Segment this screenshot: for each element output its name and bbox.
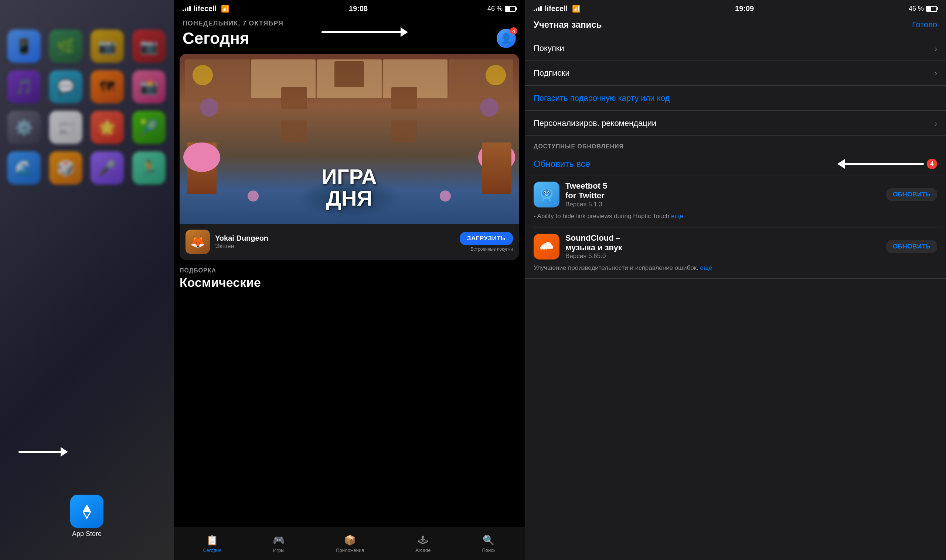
tweetbot-notes: - Ability to hide link previews during H… xyxy=(534,212,937,221)
svg-rect-7 xyxy=(542,246,543,249)
game-card-bottom: 🦊 Yokai Dungeon Экшен ЗАГРУЗИТЬ Встроенн… xyxy=(180,224,519,260)
home-icon: 💬 xyxy=(49,70,82,103)
game-genre: Экшен xyxy=(215,243,455,250)
nav-search[interactable]: 🔍 Поиск xyxy=(476,532,501,556)
update-all-row: Обновить все 4 xyxy=(525,153,946,175)
home-icon: 📰 xyxy=(49,111,82,144)
account-wifi-icon: 📶 xyxy=(572,5,580,13)
subscriptions-label: Подписки xyxy=(534,68,570,78)
tweetbot-name: Tweetbot 5for Twitter xyxy=(565,181,880,201)
game-thumbnail: 🦊 xyxy=(185,229,210,254)
nav-apps[interactable]: 📦 Приложения xyxy=(330,532,370,556)
nav-today-icon: 📋 xyxy=(206,535,218,546)
nav-today-label: Сегодня xyxy=(203,548,221,553)
tweetbot-update-button[interactable]: ОБНОВИТЬ xyxy=(886,188,937,201)
updates-section-header: ДОСТУПНЫЕ ОБНОВЛЕНИЯ xyxy=(525,136,946,153)
tweetbot-more-link[interactable]: еще xyxy=(671,212,683,220)
soundcloud-update-button[interactable]: ОБНОВИТЬ xyxy=(886,240,937,253)
nav-arcade-icon: 🕹 xyxy=(418,535,428,546)
nav-games-label: Игры xyxy=(273,548,284,553)
chevron-right-icon: › xyxy=(935,44,937,53)
signal-bars xyxy=(182,6,191,11)
nav-games[interactable]: 🎮 Игры xyxy=(267,532,290,556)
download-button[interactable]: ЗАГРУЗИТЬ xyxy=(460,232,513,245)
home-icon: 🏃 xyxy=(132,151,165,185)
battery-fill xyxy=(506,7,510,11)
soundcloud-update-item: SoundCloud –музыка и звук Версия 5.65.0 … xyxy=(525,228,946,279)
home-icon: ⚙️ xyxy=(8,111,41,144)
signal-bar-3 xyxy=(538,8,540,11)
account-title: Учетная запись xyxy=(534,20,602,30)
soundcloud-notes: Улучшение производительности и исправлен… xyxy=(534,263,937,272)
account-carrier-label: lifecell xyxy=(545,5,568,13)
appstore-icon xyxy=(70,495,103,528)
soundcloud-info: SoundCloud –музыка и звук Версия 5.65.0 xyxy=(565,233,880,260)
soundcloud-icon xyxy=(534,234,559,260)
svg-rect-9 xyxy=(546,245,547,249)
nav-games-icon: 🎮 xyxy=(273,535,284,546)
done-button[interactable]: Готово xyxy=(912,20,937,29)
avatar-badge: 4 xyxy=(510,27,517,35)
in-app-purchases-label: Встроенные покупки xyxy=(471,246,513,252)
appstore-status-bar: lifecell 📶 19:08 46 % xyxy=(174,0,525,16)
chevron-right-icon: › xyxy=(935,69,937,77)
redeem-item[interactable]: Погасить подарочную карту или код xyxy=(525,86,946,111)
home-icon: 🎾 xyxy=(132,111,165,144)
soundcloud-name: SoundCloud –музыка и звук xyxy=(565,233,880,253)
dock-appstore[interactable]: App Store xyxy=(70,495,103,538)
game-title-line2: ДНЯ xyxy=(180,188,519,209)
update-count-badge: 4 xyxy=(927,159,937,169)
personalized-item[interactable]: Персонализиров. рекомендации › xyxy=(525,111,946,136)
update-all-button[interactable]: Обновить все xyxy=(534,159,590,169)
soundcloud-more-link[interactable]: еще xyxy=(700,264,713,271)
account-status-left: lifecell 📶 xyxy=(534,5,580,13)
account-battery-fill xyxy=(927,7,931,11)
battery-icon xyxy=(505,6,516,12)
nav-search-icon: 🔍 xyxy=(483,535,494,546)
home-icon: 📱 xyxy=(8,29,41,63)
signal-bar-1 xyxy=(534,9,535,11)
carrier-label: lifecell xyxy=(194,5,216,13)
dock: App Store xyxy=(8,495,166,538)
signal-bar-4 xyxy=(540,6,542,11)
nav-apps-label: Приложения xyxy=(336,548,364,553)
home-icon: 🌊 xyxy=(8,151,41,185)
arrow-shape xyxy=(19,451,63,453)
appstore-content: ИГРА ДНЯ 🦊 Yokai Dungeon Экшен ЗАГРУЗИТЬ… xyxy=(174,48,525,527)
game-image: ИГРА ДНЯ xyxy=(180,54,519,224)
account-battery-icon xyxy=(926,6,937,12)
game-title-line1: ИГРА xyxy=(180,166,519,188)
home-icon: 🎤 xyxy=(91,151,124,185)
account-avatar[interactable]: 👤 4 xyxy=(497,29,516,48)
home-icon: 🗺 xyxy=(91,70,124,103)
svg-rect-8 xyxy=(544,246,545,249)
appstore-nav: 📋 Сегодня 🎮 Игры 📦 Приложения 🕹 Arcade 🔍… xyxy=(174,527,525,560)
home-icon: 🌟 xyxy=(91,111,124,144)
signal-bar-1 xyxy=(182,9,184,11)
game-card[interactable]: ИГРА ДНЯ 🦊 Yokai Dungeon Экшен ЗАГРУЗИТЬ… xyxy=(180,54,519,260)
game-name: Yokai Dungeon xyxy=(215,234,455,243)
status-right: 46 % xyxy=(488,5,516,12)
purchases-item[interactable]: Покупки › xyxy=(525,36,946,61)
soundcloud-update-row: SoundCloud –музыка и звук Версия 5.65.0 … xyxy=(534,233,937,260)
wifi-icon: 📶 xyxy=(221,5,229,13)
purchases-label: Покупки xyxy=(534,43,564,53)
nav-today[interactable]: 📋 Сегодня xyxy=(197,532,227,556)
today-title: Сегодня xyxy=(182,29,249,48)
home-icon: 🎵 xyxy=(8,70,41,103)
arrow-to-update-all xyxy=(843,163,924,165)
tweetbot-version: Версия 5.1.3 xyxy=(565,201,880,208)
subscriptions-item[interactable]: Подписки › xyxy=(525,61,946,86)
arrow-update-shape xyxy=(843,163,924,165)
home-icon: 📷 xyxy=(91,29,124,63)
date-label: ПОНЕДЕЛЬНИК, 7 ОКТЯБРЯ xyxy=(182,20,516,27)
svg-point-5 xyxy=(548,192,549,193)
game-overlay-text: ИГРА ДНЯ xyxy=(180,166,519,209)
home-icon: 📸 xyxy=(132,70,165,103)
home-icon: 🌿 xyxy=(49,29,82,63)
section-label: ПОДБОРКА xyxy=(174,260,525,275)
signal-bar-2 xyxy=(536,8,537,11)
svg-rect-6 xyxy=(541,247,542,249)
nav-apps-icon: 📦 xyxy=(344,535,356,546)
nav-arcade[interactable]: 🕹 Arcade xyxy=(409,532,437,556)
